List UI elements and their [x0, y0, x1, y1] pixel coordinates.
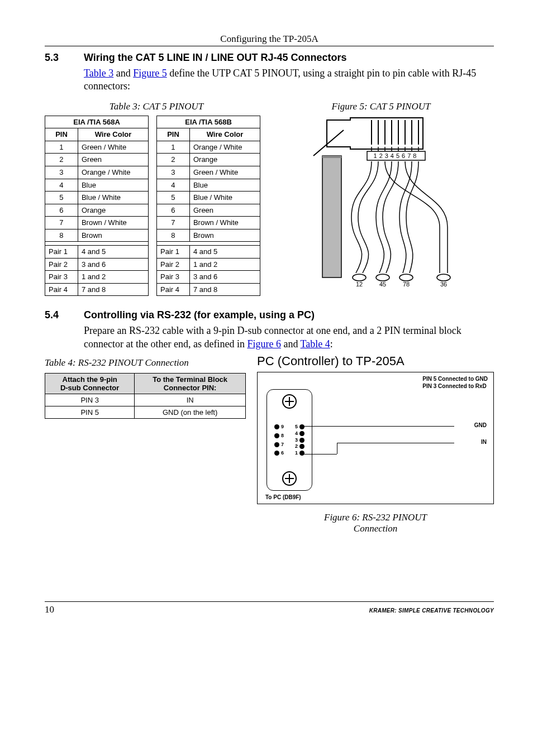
link-figure-5[interactable]: Figure 5 [133, 68, 167, 79]
rj45-pinout-figure: 12345678 [274, 116, 494, 289]
pin-9: 9 [274, 424, 279, 429]
pin-7: 7 [274, 442, 279, 447]
svg-rect-18 [322, 156, 341, 277]
pin-1: 1 [299, 451, 304, 456]
table-row: Pair 21 and 2 [157, 258, 260, 271]
table-row: 6Green [157, 204, 260, 217]
svg-point-22 [399, 274, 413, 281]
section-number: 5.4 [45, 309, 73, 321]
table-row: 8Brown [45, 229, 149, 242]
table-row: 3Orange / White [45, 166, 149, 179]
text: and [113, 68, 133, 79]
section-5-4-paragraph: Prepare an RS-232 cable with a 9-pin D-s… [84, 324, 494, 351]
top-rule [45, 46, 494, 46]
svg-rect-19 [322, 156, 341, 158]
running-head: Configuring the TP-205A [45, 34, 494, 45]
cat5-tables-and-figure: EIA /TIA 568A PINWire Color 1Green / Whi… [45, 116, 494, 296]
table-row: Pair 47 and 8 [45, 283, 149, 296]
table-row: 7Brown / White [45, 217, 149, 229]
table-row: Pair 31 and 2 [45, 271, 149, 284]
page-footer: 10 KRAMER: SIMPLE CREATIVE TECHNOLOGY [45, 601, 494, 615]
table-row: 5Blue / White [45, 192, 149, 204]
svg-text:78: 78 [403, 281, 410, 288]
svg-point-23 [437, 274, 450, 281]
link-table-3[interactable]: Table 3 [84, 68, 113, 79]
svg-text:36: 36 [440, 281, 447, 288]
table-row: Pair 23 and 6 [45, 258, 149, 271]
table-row: 2Green [45, 154, 149, 166]
pin-3: 3 [299, 438, 304, 443]
table-4-caption: Table 4: RS-232 PINOUT Connection [45, 357, 246, 369]
table-row: 2Orange [157, 154, 260, 166]
table-row: 5Blue / White [157, 192, 260, 204]
table-row: 7Brown / White [157, 217, 260, 229]
table-3-caption: Table 3: CAT 5 PINOUT [45, 101, 268, 112]
figure-5-caption: Figure 5: CAT 5 PINOUT [268, 101, 494, 112]
table-4: Attach the 9-pinD-sub Connector To the T… [45, 373, 246, 419]
table-row: PIN 5GND (on the left) [45, 406, 246, 419]
screw-icon [282, 394, 297, 409]
pin-4: 4 [299, 431, 304, 436]
table-568b-title: EIA /TIA 568B [157, 116, 260, 128]
rj45-icon: 12345678 [274, 116, 494, 289]
figure-6-diagram: PIN 5 Connected to GNDPIN 3 Connected to… [257, 372, 494, 504]
figure-6-caption: Figure 6: RS-232 PINOUTConnection [257, 512, 494, 534]
pin-5: 5 [299, 424, 304, 429]
table-568a-title: EIA /TIA 568A [45, 116, 149, 128]
table-row: 1Orange / White [157, 141, 260, 154]
label-to-pc: To PC (DB9F) [265, 494, 301, 500]
th-color: Wire Color [78, 128, 148, 141]
table-row: 8Brown [157, 229, 260, 242]
svg-point-20 [353, 274, 366, 281]
svg-point-21 [376, 274, 389, 281]
th-pin: PIN [157, 128, 190, 141]
table-row: 1Green / White [45, 141, 149, 154]
figure-6-note: PIN 5 Connected to GNDPIN 3 Connected to… [422, 376, 488, 390]
label-gnd: GND [474, 422, 487, 428]
table-row: 3Green / White [157, 166, 260, 179]
screw-icon [282, 471, 297, 486]
pin-6: 6 [274, 451, 279, 456]
table-row: Pair 14 and 5 [157, 246, 260, 259]
table-row: PIN 3IN [45, 394, 246, 406]
pin-2: 2 [299, 444, 304, 449]
link-table-4[interactable]: Table 4 [301, 338, 330, 350]
label-in: IN [481, 439, 487, 445]
table-row: Pair 33 and 6 [157, 271, 260, 284]
table-568b: EIA /TIA 568B PINWire Color 1Orange / Wh… [156, 116, 260, 296]
text: and [281, 338, 301, 350]
section-number: 5.3 [45, 52, 73, 64]
table-row: Pair 47 and 8 [157, 283, 260, 296]
th-dsub: Attach the 9-pinD-sub Connector [45, 374, 135, 394]
figure-6-title: PC (Controller) to TP-205A [257, 354, 494, 369]
svg-text:12: 12 [356, 281, 363, 288]
th-pin: PIN [45, 128, 78, 141]
section-title: Controlling via RS-232 (for example, usi… [84, 309, 315, 321]
db9-connector-icon: 9 8 7 6 5 4 3 2 1 [266, 389, 312, 491]
text: : [330, 338, 333, 350]
link-figure-6[interactable]: Figure 6 [247, 338, 281, 350]
th-terminal: To the Terminal BlockConnector PIN: [135, 374, 246, 394]
section-title: Wiring the CAT 5 LINE IN / LINE OUT RJ-4… [84, 52, 347, 64]
table-row: 4Blue [45, 179, 149, 192]
table-row: Pair 14 and 5 [45, 246, 149, 259]
table-row: 6Orange [45, 204, 149, 217]
section-5-4-heading: 5.4 Controlling via RS-232 (for example,… [45, 309, 494, 321]
wire-in-c [337, 443, 454, 443]
rj45-digits: 12345678 [374, 152, 419, 159]
svg-text:45: 45 [379, 281, 386, 288]
wire-gnd [303, 426, 454, 427]
footer-tagline: KRAMER: SIMPLE CREATIVE TECHNOLOGY [369, 607, 494, 614]
section-5-3-paragraph: Table 3 and Figure 5 define the UTP CAT … [84, 67, 494, 93]
wire-in-b [337, 443, 337, 454]
wire-in-a [303, 454, 337, 454]
table-row: 4Blue [157, 179, 260, 192]
section-5-3-heading: 5.3 Wiring the CAT 5 LINE IN / LINE OUT … [45, 52, 494, 64]
pin-8: 8 [274, 433, 279, 438]
th-color: Wire Color [189, 128, 260, 141]
page-number: 10 [45, 604, 54, 615]
table-568a: EIA /TIA 568A PINWire Color 1Green / Whi… [45, 116, 149, 296]
